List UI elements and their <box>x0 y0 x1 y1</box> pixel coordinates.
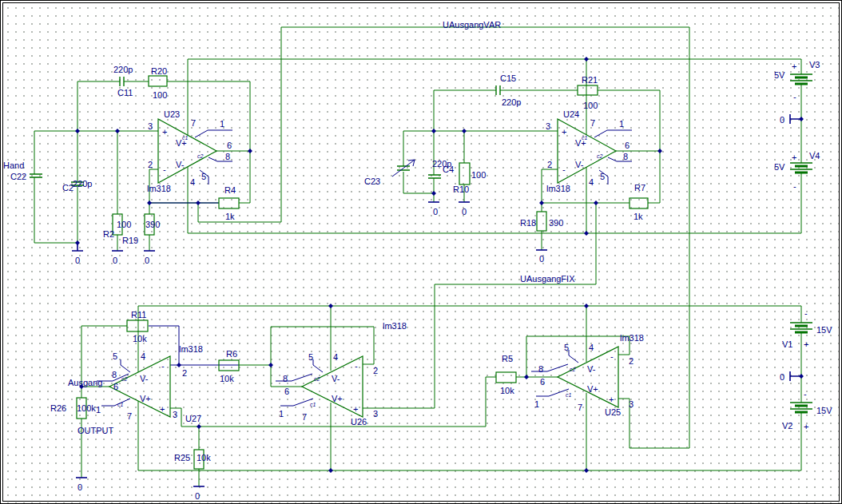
opamp-part: lm318 <box>383 321 407 331</box>
resistor-value: 10k <box>133 334 147 343</box>
net-label-uausgangfix[interactable]: UAusgangFIX <box>520 274 575 284</box>
resistor-R19[interactable]: R19 390 <box>122 214 160 245</box>
resistor-value: 10k <box>500 386 514 395</box>
wire-segments <box>34 27 804 486</box>
pin-number: 2 <box>629 356 633 366</box>
capacitor-refdes: C15 <box>500 73 516 83</box>
plus-input-sign: + <box>353 404 358 414</box>
resistor-R7[interactable]: R7 1k <box>630 183 648 221</box>
capacitor-value: 220p <box>502 97 521 107</box>
resistor-R5[interactable]: R5 10k <box>496 354 516 395</box>
resistor-R4[interactable]: R4 1k <box>219 185 239 221</box>
resistor-refdes: R26 <box>50 403 66 413</box>
resistor-value: 390 <box>549 218 563 228</box>
resistor-R18[interactable]: R18 390 <box>520 212 563 231</box>
vminus-label: V- <box>140 374 149 383</box>
opamp-refdes: U26 <box>351 417 367 427</box>
opamp-refdes: U25 <box>605 407 621 417</box>
plus-input-sign: + <box>160 404 165 414</box>
pin-number: 1 <box>534 399 539 409</box>
net-label-output[interactable]: OUTPUT <box>77 426 114 435</box>
source-V2[interactable]: V2 15V - + <box>782 389 832 431</box>
pin-number: 7 <box>302 412 307 422</box>
ground-symbol: 0 <box>193 486 205 501</box>
ground-symbol: 0 <box>459 202 470 216</box>
comp-pin-label: c1 <box>182 135 189 141</box>
vminus-label: V- <box>587 364 596 374</box>
source-value: 15V <box>816 325 832 335</box>
ground-symbol: 0 <box>72 243 83 265</box>
plus-sign: + <box>804 339 808 349</box>
capacitor-refdes: C22 <box>10 172 26 181</box>
ground-label: 0 <box>145 256 149 265</box>
pin-number: 4 <box>589 177 594 187</box>
ground-label: 0 <box>462 207 467 216</box>
pin-number: 3 <box>173 410 177 419</box>
pin-number: 7 <box>191 118 196 128</box>
net-label-ausgang[interactable]: Ausgang <box>68 378 102 387</box>
resistor-R20[interactable]: R20 100 <box>149 66 167 100</box>
resistor-R11[interactable]: R11 10k <box>127 310 148 343</box>
ground-label: 0 <box>433 207 438 216</box>
pin-number: 1 <box>96 405 101 415</box>
minus-input-sign: - <box>355 361 358 371</box>
opamp-part: lm318 <box>546 184 570 193</box>
source-V3[interactable]: V3 5V + - <box>774 60 820 101</box>
resistor-value: 10k <box>197 453 211 462</box>
comp-pin-label: c2 <box>121 376 128 382</box>
resistor-refdes: R4 <box>224 185 236 195</box>
source-refdes: V3 <box>809 60 820 69</box>
minus-input-sign: - <box>562 165 566 174</box>
source-V4[interactable]: V4 5V + - <box>774 151 820 191</box>
capacitor-C4[interactable]: 220p C4 <box>428 159 454 178</box>
vminus-label: V- <box>332 374 340 383</box>
resistor-value: 390 <box>145 220 160 229</box>
source-value: 5V <box>774 70 785 80</box>
resistor-value: 100 <box>583 101 598 110</box>
opamp-U27[interactable]: U27 lm318 2 3 5 4 8 6 1 7 - + V- V+ c2 c… <box>96 344 203 423</box>
source-value: 15V <box>816 406 832 415</box>
schematic-canvas[interactable]: UAusgangVAR UAusgangFIX Hand Ausgang OUT… <box>0 0 842 504</box>
resistor-R6[interactable]: R6 10k <box>219 349 239 383</box>
plus-input-sign: + <box>609 395 614 404</box>
ground-symbol: 0 <box>76 478 87 492</box>
net-label-uausgangvar[interactable]: UAusgangVAR <box>443 20 501 30</box>
source-refdes: V4 <box>809 151 820 161</box>
pin-number: 3 <box>373 409 378 419</box>
capacitor-C22[interactable]: C22 <box>10 172 42 181</box>
vplus-label: V+ <box>332 394 343 403</box>
opamp-part: lm318 <box>147 184 171 193</box>
capacitor-C23-variable[interactable]: C23 <box>364 160 415 186</box>
opamp-U26[interactable]: U26 lm318 2 3 5 4 8 6 1 7 - + V- V+ c2 c… <box>276 321 407 427</box>
ground-label: 0 <box>195 491 200 501</box>
source-V1[interactable]: V1 15V - + <box>782 308 832 349</box>
pin-number: 4 <box>141 351 145 361</box>
ground-symbol: 0 <box>536 250 547 264</box>
plus-sign: + <box>792 153 796 162</box>
comp-pin-label: c1 <box>566 392 572 398</box>
opamp-refdes: U27 <box>185 414 201 423</box>
resistor-R25[interactable]: R25 10k <box>174 450 211 469</box>
ground-label: 0 <box>75 256 80 265</box>
ground-tap-symbol: 0 <box>780 371 801 382</box>
pin-number: 5 <box>308 352 313 362</box>
vminus-label: V- <box>176 160 185 169</box>
resistor-R26[interactable]: R26 100k <box>50 398 96 419</box>
resistor-refdes: R10 <box>453 185 469 194</box>
ground-symbol: 0 <box>144 251 155 265</box>
ground-label: 0 <box>77 482 82 492</box>
resistor-R21[interactable]: R21 100 <box>578 75 598 110</box>
resistor-refdes: R11 <box>131 310 146 319</box>
pin-number: 7 <box>578 403 582 412</box>
pin-number: 3 <box>546 121 550 131</box>
resistor-R10[interactable]: R10 100 <box>453 163 486 194</box>
minus-sign: - <box>804 308 808 318</box>
pin-number: 1 <box>279 409 284 419</box>
pin-number: 1 <box>619 119 624 129</box>
pin-number: 5 <box>201 172 206 181</box>
opamp-refdes: U23 <box>164 109 180 119</box>
vminus-label: V- <box>575 160 584 169</box>
opamp-U25[interactable]: U25 lm318 2 3 5 4 8 6 1 7 - + V- V+ c2 c… <box>531 333 644 417</box>
net-label-hand[interactable]: Hand <box>3 161 24 170</box>
pin-number: 3 <box>148 121 153 131</box>
